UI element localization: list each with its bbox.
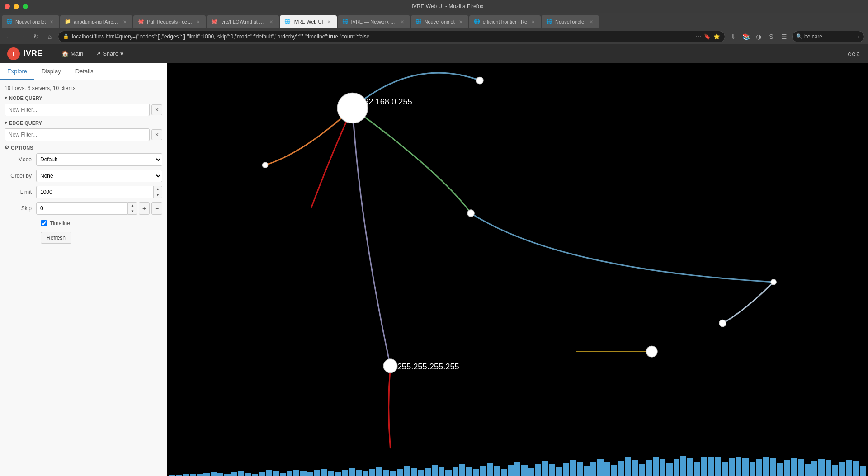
timeline-checkbox[interactable] — [41, 220, 47, 226]
browser-tab-tab9[interactable]: 🌐 Nouvel onglet ✕ — [542, 15, 599, 28]
node-n1[interactable]: 192.168.0.255 — [337, 93, 412, 123]
edge-filter-clear[interactable]: ✕ — [151, 129, 162, 140]
tab-close-icon[interactable]: ✕ — [399, 19, 406, 25]
nav-main[interactable]: 🏠 Main — [56, 47, 89, 60]
edge-e6 — [389, 366, 391, 449]
tab-close-icon[interactable]: ✕ — [268, 19, 274, 25]
limit-input[interactable] — [36, 186, 153, 198]
menu-button[interactable]: ☰ — [778, 31, 789, 42]
edge-query-header: ▾ EDGE QUERY — [5, 120, 162, 126]
home-button[interactable]: ⌂ — [44, 31, 55, 42]
timeline-bar-64 — [611, 465, 617, 476]
bookmarks-button[interactable]: 📚 — [741, 31, 751, 42]
app-name: IVRE — [24, 49, 42, 58]
refresh-button[interactable]: Refresh — [41, 232, 71, 244]
node-n2[interactable] — [476, 77, 483, 84]
timeline-bar-31 — [383, 470, 389, 476]
tab-label: Nouvel onglet — [425, 19, 455, 24]
skip-down[interactable]: ▼ — [128, 208, 137, 215]
nav-share[interactable]: ↗ Share ▾ — [90, 47, 129, 60]
browser-tab-tab7[interactable]: 🌐 Nouvel onglet ✕ — [411, 15, 468, 28]
timeline-bar-73 — [674, 459, 679, 476]
browser-tab-tab3[interactable]: 🐙 Pull Requests · cea-se ✕ — [133, 15, 206, 28]
svg-point-3 — [383, 359, 397, 372]
tab-explore[interactable]: Explore — [0, 63, 34, 80]
tab-favicon: 🌐 — [284, 19, 291, 25]
collapse-edge-icon: ▾ — [5, 120, 7, 126]
url-bar[interactable]: 🔒 localhost/flow.html#query={"nodes":[],… — [58, 31, 725, 42]
node-n4[interactable]: 255.255.255.255 — [383, 359, 459, 372]
tab-close-icon[interactable]: ✕ — [530, 19, 536, 25]
timeline-bar-59 — [577, 462, 583, 476]
timeline-bar-77 — [701, 457, 707, 476]
timeline-bar-53 — [535, 464, 541, 476]
nodes-group: 192.168.0.255255.255.255.255 — [262, 77, 776, 372]
edge-e4 — [311, 108, 353, 208]
timeline-bar-72 — [666, 463, 672, 476]
browser-tab-tab6[interactable]: 🌐 IVRE — Network reco ✕ — [338, 15, 410, 28]
cea-logo: cea — [848, 50, 861, 57]
tab-close-icon[interactable]: ✕ — [195, 19, 201, 25]
tab-close-icon[interactable]: ✕ — [122, 19, 128, 25]
tab-display[interactable]: Display — [34, 63, 68, 80]
browser-tab-tab5[interactable]: 🌐 IVRE Web UI ✕ — [280, 15, 336, 28]
browser-tab-tab4[interactable]: 🐙 ivre/FLOW.md at mas ✕ — [207, 15, 279, 28]
browser-tab-tab8[interactable]: 🌐 efficient frontier · Re ✕ — [469, 15, 541, 28]
node-n7[interactable] — [771, 279, 776, 285]
graph-area[interactable]: 192.168.0.255255.255.255.255 — [167, 63, 868, 476]
skip-up[interactable]: ▲ — [128, 202, 137, 208]
timeline-bar-76 — [694, 462, 700, 476]
app-nav: 🏠 Main ↗ Share ▾ — [56, 47, 129, 60]
node-filter-clear[interactable]: ✕ — [151, 104, 162, 115]
tab-details[interactable]: Details — [68, 63, 101, 80]
tab-close-icon[interactable]: ✕ — [588, 19, 594, 25]
timeline-bar-81 — [729, 458, 735, 476]
orderby-select[interactable]: None Flows Bytes — [36, 170, 162, 182]
forward-button[interactable]: → — [17, 31, 28, 42]
timeline-bar-68 — [639, 464, 645, 476]
downloads-button[interactable]: ⇓ — [728, 31, 739, 42]
limit-up[interactable]: ▲ — [153, 186, 162, 192]
back-button[interactable]: ← — [4, 31, 14, 42]
edge-e8 — [722, 282, 774, 323]
timeline-bar-69 — [646, 460, 651, 476]
skip-plus-button[interactable]: + — [139, 202, 150, 215]
close-button[interactable] — [5, 4, 10, 9]
timeline-bar-62 — [597, 459, 603, 476]
timeline-bar-33 — [397, 469, 403, 476]
limit-down[interactable]: ▼ — [153, 192, 162, 198]
timeline-bar-71 — [660, 459, 665, 476]
browser-tab-tab2[interactable]: 📁 airodump-ng [Aircrac ✕ — [60, 15, 132, 28]
timeline-bar-67 — [632, 460, 638, 476]
timeline-bar-92 — [805, 464, 811, 476]
timeline-bar-7 — [217, 473, 223, 476]
timeline-bar-14 — [266, 470, 272, 476]
skip-input[interactable] — [36, 202, 128, 215]
mode-select[interactable]: Default Flow Hierarchy — [36, 153, 162, 166]
limit-row: Limit ▲ ▼ — [5, 186, 162, 198]
timeline-bar-61 — [590, 462, 596, 476]
timeline-bar-83 — [742, 458, 748, 476]
sync-button[interactable]: ◑ — [753, 31, 764, 42]
tab-close-icon[interactable]: ✕ — [458, 19, 464, 25]
skip-minus-button[interactable]: − — [151, 202, 162, 215]
tab-close-icon[interactable]: ✕ — [326, 19, 332, 25]
node-filter-input[interactable] — [5, 104, 150, 116]
node-n3[interactable] — [467, 210, 474, 217]
nav-main-label: Main — [71, 50, 83, 57]
tab-close-icon[interactable]: ✕ — [48, 19, 55, 25]
timeline-bar-8 — [224, 474, 230, 476]
node-n8[interactable] — [262, 162, 268, 168]
browser-tab-tab1[interactable]: 🌐 Nouvel onglet ✕ — [2, 15, 59, 28]
node-n5[interactable] — [719, 320, 726, 327]
reload-button[interactable]: ↻ — [31, 31, 42, 42]
search-bar[interactable]: 🔍 be care → — [792, 31, 864, 42]
maximize-button[interactable] — [23, 4, 28, 9]
search-text: be care — [804, 33, 853, 40]
node-n6[interactable] — [646, 346, 657, 357]
stats-line: 19 flows, 6 servers, 10 clients — [5, 85, 162, 91]
tab-label: IVRE Web UI — [293, 19, 323, 24]
account-button[interactable]: S — [766, 31, 777, 42]
minimize-button[interactable] — [14, 4, 19, 9]
edge-filter-input[interactable] — [5, 128, 150, 141]
